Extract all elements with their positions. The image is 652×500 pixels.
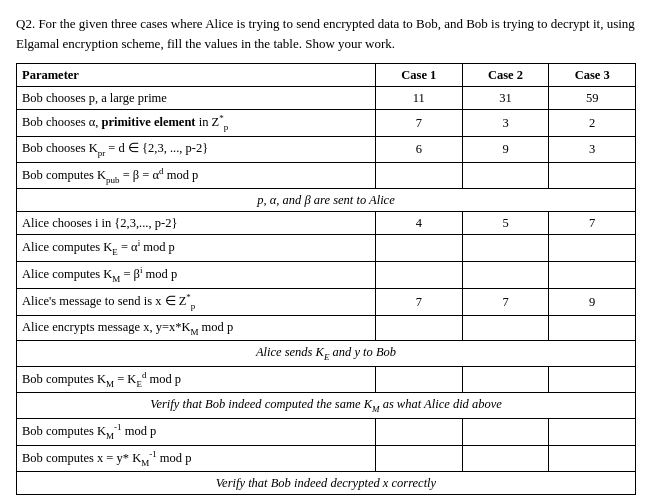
row-5-param: Alice chooses i in {2,3,..., p-2} <box>17 212 376 235</box>
row-9-param: Alice encrypts message x, y=x*KM mod p <box>17 315 376 341</box>
table-row: Bob chooses p, a large prime 11 31 59 <box>17 87 636 110</box>
row-13-c1 <box>376 418 463 445</box>
row-14-c1 <box>376 445 463 472</box>
separator-row-ke: Alice sends KE and y to Bob <box>17 341 636 367</box>
table-row: Bob computes KM-1 mod p <box>17 418 636 445</box>
separator-row-verify-x: Verify that Bob indeed decrypted x corre… <box>17 472 636 495</box>
row-11-c3 <box>549 366 636 393</box>
row-0-c1: 11 <box>376 87 463 110</box>
row-3-c2 <box>462 162 549 189</box>
separator-row-verify-km: Verify that Bob indeed computed the same… <box>17 393 636 419</box>
row-1-c1: 7 <box>376 110 463 137</box>
row-1-c2: 3 <box>462 110 549 137</box>
row-9-c1 <box>376 315 463 341</box>
row-6-c1 <box>376 235 463 262</box>
table-row: Alice computes KM = βi mod p <box>17 262 636 289</box>
header-case1: Case 1 <box>376 64 463 87</box>
row-8-c2: 7 <box>462 288 549 315</box>
row-8-c3: 9 <box>549 288 636 315</box>
separator-text-verify-x: Verify that Bob indeed decrypted x corre… <box>17 472 636 495</box>
encryption-table: Parameter Case 1 Case 2 Case 3 Bob choos… <box>16 63 636 495</box>
row-11-c1 <box>376 366 463 393</box>
row-2-c1: 6 <box>376 136 463 162</box>
table-row: Bob computes x = y* KM-1 mod p <box>17 445 636 472</box>
row-14-c3 <box>549 445 636 472</box>
row-14-c2 <box>462 445 549 472</box>
row-3-c1 <box>376 162 463 189</box>
row-1-c3: 2 <box>549 110 636 137</box>
question-content: Q2. For the given three cases where Alic… <box>16 16 635 51</box>
row-7-c1 <box>376 262 463 289</box>
row-5-c3: 7 <box>549 212 636 235</box>
table-row: Alice's message to send is x ∈ Z*p 7 7 9 <box>17 288 636 315</box>
header-parameter: Parameter <box>17 64 376 87</box>
row-8-param: Alice's message to send is x ∈ Z*p <box>17 288 376 315</box>
header-case2: Case 2 <box>462 64 549 87</box>
table-row: Alice encrypts message x, y=x*KM mod p <box>17 315 636 341</box>
row-9-c2 <box>462 315 549 341</box>
row-6-c3 <box>549 235 636 262</box>
row-6-c2 <box>462 235 549 262</box>
table-row: Bob chooses α, primitive element in Z*p … <box>17 110 636 137</box>
table-header-row: Parameter Case 1 Case 2 Case 3 <box>17 64 636 87</box>
separator-text-ke: Alice sends KE and y to Bob <box>17 341 636 367</box>
row-13-param: Bob computes KM-1 mod p <box>17 418 376 445</box>
row-13-c3 <box>549 418 636 445</box>
row-14-param: Bob computes x = y* KM-1 mod p <box>17 445 376 472</box>
row-0-c3: 59 <box>549 87 636 110</box>
separator-text-verify-km: Verify that Bob indeed computed the same… <box>17 393 636 419</box>
row-0-c2: 31 <box>462 87 549 110</box>
header-case3: Case 3 <box>549 64 636 87</box>
row-7-c2 <box>462 262 549 289</box>
question-text: Q2. For the given three cases where Alic… <box>16 14 636 53</box>
row-7-c3 <box>549 262 636 289</box>
row-1-param: Bob chooses α, primitive element in Z*p <box>17 110 376 137</box>
separator-text-alice: p, α, and β are sent to Alice <box>17 189 636 212</box>
table-row: Bob chooses Kpr = d ∈ {2,3, ..., p-2} 6 … <box>17 136 636 162</box>
table-row: Bob computes KM = KEd mod p <box>17 366 636 393</box>
row-2-param: Bob chooses Kpr = d ∈ {2,3, ..., p-2} <box>17 136 376 162</box>
row-5-c2: 5 <box>462 212 549 235</box>
row-8-c1: 7 <box>376 288 463 315</box>
table-row: Alice computes KE = αi mod p <box>17 235 636 262</box>
row-3-param: Bob computes Kpub = β = αd mod p <box>17 162 376 189</box>
row-2-c2: 9 <box>462 136 549 162</box>
row-11-c2 <box>462 366 549 393</box>
row-0-param: Bob chooses p, a large prime <box>17 87 376 110</box>
table-row: Bob computes Kpub = β = αd mod p <box>17 162 636 189</box>
row-13-c2 <box>462 418 549 445</box>
row-6-param: Alice computes KE = αi mod p <box>17 235 376 262</box>
row-7-param: Alice computes KM = βi mod p <box>17 262 376 289</box>
separator-row-alice: p, α, and β are sent to Alice <box>17 189 636 212</box>
row-11-param: Bob computes KM = KEd mod p <box>17 366 376 393</box>
row-3-c3 <box>549 162 636 189</box>
row-2-c3: 3 <box>549 136 636 162</box>
row-9-c3 <box>549 315 636 341</box>
row-5-c1: 4 <box>376 212 463 235</box>
table-row: Alice chooses i in {2,3,..., p-2} 4 5 7 <box>17 212 636 235</box>
